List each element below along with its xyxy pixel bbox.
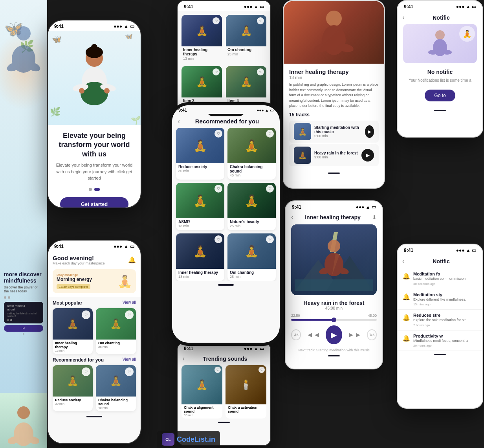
phone-recommended: 9:41 ●●● ▲ ▭ ‹ Recommended for you 🧘 ♡ R… (169, 102, 283, 346)
notif1-empty-desc: Your Notifications list is some time a (403, 77, 477, 83)
detail-duration: 13 min (289, 75, 379, 80)
rec-item-2[interactable]: 🧘 ♡ Chakra balancing sound 45 min (227, 128, 276, 180)
rec-card-2[interactable]: 🧘 ♡ Chakra balancing sound 45 min (96, 365, 136, 411)
rec-fav4[interactable]: ♡ (266, 185, 274, 193)
trending-item-1[interactable]: 🧘 ♡ Chakra alignment sound 30 min (182, 365, 222, 419)
rec-fav5[interactable]: ♡ (214, 235, 222, 243)
watermark: CL CodeList.in (157, 431, 220, 448)
rec-item3-name: ASMR (178, 220, 222, 224)
trend-fav2[interactable]: ♡ (258, 367, 265, 373)
svg-point-17 (326, 11, 342, 26)
bell-icon-1: 🔔 (402, 272, 410, 286)
browse-card-2[interactable]: 🧘 ♡ Om chanting 25 min (226, 15, 266, 62)
rec-fav3[interactable]: ♡ (214, 185, 222, 193)
player-download-button[interactable]: ⬇ (372, 214, 377, 220)
browse-fav2[interactable]: ♡ (257, 17, 264, 24)
popular-card-1[interactable]: 🧘 ♡ Inner healing therapy 13 min (53, 308, 93, 354)
rec-card1-fav[interactable]: ♡ (82, 367, 90, 376)
browse-fav1[interactable]: ♡ (213, 17, 220, 24)
status-bar-browse: 9:41 ●●● ▲ ▭ (178, 1, 270, 11)
get-started-button[interactable]: Get started (60, 197, 128, 207)
view-all-1[interactable]: View all (123, 300, 136, 306)
wifi-icon: ▲ (124, 24, 128, 29)
forward5-button[interactable]: ↻5 (367, 329, 377, 340)
track-row-1[interactable]: 🧘 Starting meditation with this music 5:… (289, 121, 379, 143)
home-indicator-2 (86, 416, 102, 417)
track1-dur: 5:00 min (314, 134, 362, 138)
browse-card1-dur: 13 min (182, 57, 222, 62)
card1-fav[interactable]: ♡ (82, 310, 90, 319)
status-bar-onboarding: 9:41 ●●● ▲ ▭ (48, 20, 141, 31)
rec-item-6[interactable]: 🧘 ♡ Om chanting 25 min (227, 233, 276, 281)
notif1-goto-button[interactable]: Go to (425, 90, 455, 101)
card2-fav[interactable]: ♡ (125, 310, 134, 319)
challenge-name: Morning energy (57, 277, 92, 282)
svg-point-15 (79, 88, 84, 94)
notif-item-2[interactable]: 🔔 Meditation sty Explore different like … (398, 289, 482, 310)
rec-item6-name: Om chanting (230, 270, 273, 275)
browse-card-1[interactable]: 🧘 ♡ Inner healing therapy 13 min (182, 15, 222, 62)
player-song-title: Heavy rain in the forest (291, 300, 377, 306)
notif1-back-button[interactable]: ‹ (402, 13, 405, 22)
daily-challenge-label: Daily challenge (57, 273, 92, 277)
battery-home: ▭ (130, 244, 134, 249)
svg-point-25 (328, 240, 340, 252)
notif-desc-2: Explore different like mindfulness, (413, 297, 466, 302)
popular-card-2[interactable]: 🧘 ♡ Om chanting 25 min (96, 308, 136, 354)
trending-back-button[interactable]: ‹ (182, 354, 185, 363)
forward-button[interactable]: ►► (348, 331, 362, 339)
splash-next-btn[interactable]: xt (4, 325, 43, 332)
rec-item-5[interactable]: 🧘 ♡ Inner healing therapy 13 min (176, 233, 224, 281)
notif-time-1: 30 seconds ago (413, 282, 466, 286)
notif-item-3[interactable]: 🔔 Reduces stre Explore the scie meditati… (398, 310, 482, 330)
notif-item-1[interactable]: 🔔 Meditation fo basic meditation common … (398, 268, 482, 289)
player-total-time: 45:00 (368, 314, 377, 318)
svg-point-4 (17, 406, 30, 419)
progress-bar[interactable] (291, 319, 377, 321)
rec-fav1[interactable]: ♡ (214, 130, 222, 138)
rec-fav2[interactable]: ♡ (266, 130, 274, 138)
dot-2[interactable] (94, 188, 100, 191)
rec-item1-dur: 30 min (178, 169, 222, 173)
browse-fav3[interactable]: ♡ (213, 68, 220, 75)
rec-item4-dur: 25 min (230, 224, 273, 228)
card2-name: Om chanting (98, 341, 134, 345)
watermark-text: CodeList.in (177, 435, 215, 444)
challenge-figure-icon: 🧘 (117, 274, 132, 288)
signal-home: ●●● (114, 244, 122, 249)
trend-fav1[interactable]: ♡ (214, 367, 221, 373)
rec-item-3[interactable]: 🧘 ♡ ASMR 13 min (176, 183, 224, 230)
rec-card1-figure: 🧘 (67, 375, 79, 386)
rec-item-1[interactable]: 🧘 ♡ Reduce anxiety 30 min (176, 128, 224, 180)
notif1-empty-title: No notific (403, 69, 477, 75)
rec-fav6[interactable]: ♡ (266, 235, 274, 243)
svg-point-10 (91, 44, 97, 50)
status-bar-notif2: 9:41 ●●● ▲ ▭ (398, 244, 482, 255)
player-back-button[interactable]: ‹ (291, 213, 293, 221)
signal-icon: ●●● (114, 24, 122, 29)
notif-item-4[interactable]: 🔔 Productivity w Mindfulness medi focus,… (398, 330, 482, 351)
time: 9:41 (54, 24, 64, 29)
rec-home-indicator (218, 284, 234, 286)
notif-desc-4: Mindfulness medi focus, concentra (413, 338, 468, 343)
rec-back-button[interactable]: ‹ (178, 117, 180, 125)
browse-fav4[interactable]: ♡ (257, 68, 264, 75)
dot-1[interactable] (89, 188, 92, 191)
time-home: 9:41 (54, 244, 64, 249)
rewind5-button[interactable]: ↺5 (291, 329, 301, 340)
rec-card2-fav[interactable]: ♡ (125, 367, 134, 376)
trending-item-2[interactable]: 🕯️ ♡ Chakra activation sound (226, 365, 266, 419)
rec-card-1[interactable]: 🧘 ♡ Reduce anxiety 30 min (53, 365, 93, 411)
track1-play-button[interactable]: ▶ (365, 125, 374, 138)
rec-item-4[interactable]: 🧘 ♡ Nature's beauty 25 min (227, 183, 276, 230)
notification-bell-icon[interactable]: 🔔 (128, 256, 136, 264)
notif2-back-button[interactable]: ‹ (402, 257, 405, 265)
play-pause-button[interactable]: ▶ (326, 325, 342, 344)
rec-item6-dur: 25 min (230, 275, 273, 279)
browse-card2-name: Om chanting (226, 46, 266, 52)
view-all-2[interactable]: View all (123, 357, 136, 363)
rewind-button[interactable]: ◄◄ (306, 331, 321, 339)
track-row-2[interactable]: 🧘 Heavy rain in the forest 9:00 min ▶ (289, 144, 379, 166)
detail-title: Inner healing therapy (289, 68, 379, 75)
track2-play-button[interactable]: ▶ (361, 149, 374, 162)
